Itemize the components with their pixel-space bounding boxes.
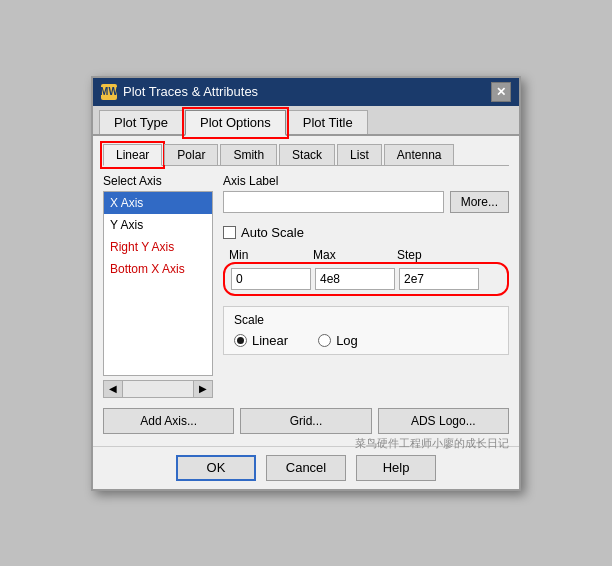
tab-plot-type[interactable]: Plot Type [99,110,183,134]
main-tabs-bar: Plot Type Plot Options Plot Title [93,106,519,136]
grid-button[interactable]: Grid... [240,408,371,434]
sub-tab-polar[interactable]: Polar [164,144,218,165]
axis-scrollbar: ◀ ▶ [103,380,213,398]
bottom-buttons-row: Add Axis... Grid... ADS Logo... [103,408,509,438]
close-button[interactable]: ✕ [491,82,511,102]
radio-linear-label: Linear [252,333,288,348]
auto-scale-checkbox[interactable] [223,226,236,239]
tab-plot-title[interactable]: Plot Title [288,110,368,134]
axis-label-field-label: Axis Label [223,174,509,188]
cancel-button[interactable]: Cancel [266,455,346,481]
scroll-left-btn[interactable]: ◀ [103,380,123,398]
scale-options: Linear Log [234,333,498,348]
sub-tab-smith[interactable]: Smith [220,144,277,165]
title-bar: MW Plot Traces & Attributes ✕ [93,78,519,106]
mms-labels-row: Min Max Step [223,248,509,262]
max-input[interactable] [315,268,395,290]
auto-scale-label: Auto Scale [241,225,304,240]
mms-inputs-container [223,262,509,296]
scale-section: Scale Linear Log [223,306,509,355]
axis-label-input[interactable] [223,191,444,213]
ok-button[interactable]: OK [176,455,256,481]
add-axis-button[interactable]: Add Axis... [103,408,234,434]
axis-item-bottom-x[interactable]: Bottom X Axis [104,258,212,280]
dialog-title: Plot Traces & Attributes [123,84,258,99]
axis-label-row: More... [223,191,509,213]
app-icon: MW [101,84,117,100]
min-max-step-section: Min Max Step [223,248,509,296]
min-input[interactable] [231,268,311,290]
axis-item-x[interactable]: X Axis [104,192,212,214]
step-input[interactable] [399,268,479,290]
dialog-content: Linear Polar Smith Stack List Antenna Se… [93,136,519,446]
max-label: Max [313,248,393,262]
axis-label-section: Axis Label More... [223,174,509,213]
radio-log-label: Log [336,333,358,348]
plot-traces-dialog: MW Plot Traces & Attributes ✕ Plot Type … [91,76,521,491]
sub-tab-list[interactable]: List [337,144,382,165]
title-bar-left: MW Plot Traces & Attributes [101,84,258,100]
radio-linear-btn[interactable] [234,334,247,347]
select-axis-label: Select Axis [103,174,213,188]
body-layout: Select Axis X Axis Y Axis Right Y Axis B… [103,174,509,398]
radio-log[interactable]: Log [318,333,358,348]
min-label: Min [229,248,309,262]
auto-scale-row: Auto Scale [223,225,509,240]
ads-logo-button[interactable]: ADS Logo... [378,408,509,434]
more-button[interactable]: More... [450,191,509,213]
right-panel: Axis Label More... Auto Scale Min Max [223,174,509,398]
axis-item-right-y[interactable]: Right Y Axis [104,236,212,258]
tab-plot-options[interactable]: Plot Options [185,110,286,136]
help-button[interactable]: Help [356,455,436,481]
scroll-track [123,380,193,398]
sub-tab-linear[interactable]: Linear [103,144,162,166]
axis-list[interactable]: X Axis Y Axis Right Y Axis Bottom X Axis [103,191,213,376]
radio-log-btn[interactable] [318,334,331,347]
action-buttons-row: OK Cancel Help 菜鸟硬件工程师小廖的成长日记 [93,446,519,489]
sub-tabs-bar: Linear Polar Smith Stack List Antenna [103,144,509,166]
sub-tab-antenna[interactable]: Antenna [384,144,455,165]
axis-item-y[interactable]: Y Axis [104,214,212,236]
step-label: Step [397,248,477,262]
radio-linear[interactable]: Linear [234,333,288,348]
sub-tab-stack[interactable]: Stack [279,144,335,165]
scale-title: Scale [234,313,498,327]
left-panel: Select Axis X Axis Y Axis Right Y Axis B… [103,174,213,398]
scroll-right-btn[interactable]: ▶ [193,380,213,398]
